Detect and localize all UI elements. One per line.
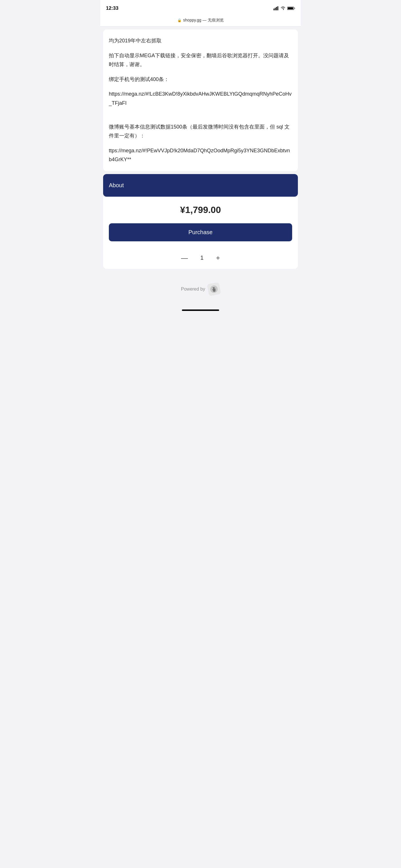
about-section: About (103, 174, 298, 197)
svg-rect-5 (288, 7, 293, 9)
svg-rect-3 (278, 6, 279, 10)
address-text: 🔒 shoppy.gg — 无痕浏览 (177, 18, 223, 23)
svg-rect-1 (275, 8, 276, 10)
powered-by-section: Powered by (103, 275, 298, 307)
paragraph-1: 均为2019年中左右抓取 (109, 36, 292, 45)
wifi-icon (280, 6, 286, 10)
address-bar: 🔒 shoppy.gg — 无痕浏览 (100, 16, 301, 27)
about-label: About (109, 182, 124, 188)
powered-by-text: Powered by (181, 286, 205, 292)
quantity-value: 1 (198, 254, 206, 261)
status-icons (274, 6, 295, 10)
paragraph-4: 微博账号基本信息测试数据1500条（最后发微博时间没有包含在里面，但 sql 文… (109, 123, 292, 141)
price-section: ¥1,799.00 (103, 197, 298, 223)
purchase-section: Purchase (103, 223, 298, 247)
svg-rect-2 (276, 7, 277, 10)
battery-icon (287, 6, 295, 10)
link-1: https://mega.nz/#!LcBE3KwD!8yXikbdvAHwJK… (109, 90, 292, 107)
shoppy-logo-icon (209, 284, 219, 293)
lock-icon: 🔒 (177, 18, 181, 22)
shoppy-logo (207, 282, 221, 296)
content-text: 均为2019年中左右抓取 拍下自动显示MEGA下载链接，安全保密，翻墙后谷歌浏览… (109, 36, 292, 164)
home-indicator (182, 309, 219, 311)
svg-rect-0 (274, 8, 275, 10)
price-display: ¥1,799.00 (180, 205, 221, 215)
quantity-section: — 1 + (103, 247, 298, 269)
quantity-decrease-button[interactable]: — (178, 253, 191, 263)
link-2: ttps://mega.nz/#!PEwVVJpD!k20MdaD7QhQzOo… (109, 146, 292, 164)
paragraph-2: 拍下自动显示MEGA下载链接，安全保密，翻墙后谷歌浏览器打开。没问题请及时结算，… (109, 51, 292, 69)
domain-text: shoppy.gg — 无痕浏览 (183, 18, 223, 23)
status-bar: 12:33 (100, 0, 301, 16)
signal-icon (274, 6, 279, 10)
status-time: 12:33 (106, 5, 118, 11)
paragraph-3: 绑定手机号的测试400条： (109, 75, 292, 84)
purchase-button[interactable]: Purchase (109, 223, 292, 241)
content-card: 均为2019年中左右抓取 拍下自动显示MEGA下载链接，安全保密，翻墙后谷歌浏览… (103, 30, 298, 171)
quantity-increase-button[interactable]: + (213, 253, 223, 263)
